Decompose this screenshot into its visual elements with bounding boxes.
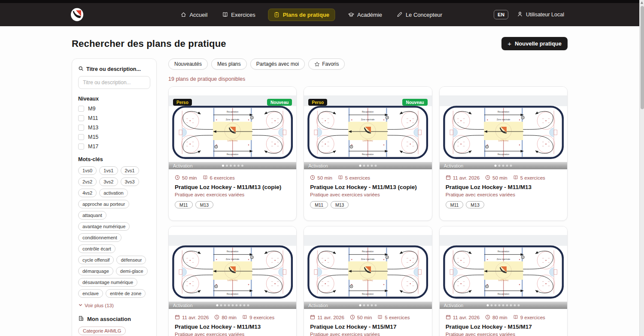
keyword-pill[interactable]: demi-glace [116,267,148,275]
keyword-pill[interactable]: 1vs1 [99,166,118,175]
quick-filter-partagés-avec-moi[interactable]: Partagés avec moi [250,58,305,70]
practice-plan-card[interactable]: Récupération Zone maximale Récupération [304,226,432,336]
practice-plan-card[interactable]: Perso Nouveau [304,86,432,221]
quick-filter-favoris[interactable]: Favoris [308,58,345,70]
carousel-dot[interactable] [220,304,222,306]
carousel-dots[interactable] [487,304,520,306]
practice-plan-card[interactable]: Récupération Zone maximale Récupération [439,86,568,221]
carousel-dot[interactable] [367,304,369,306]
carousel-dot[interactable] [216,304,218,306]
carousel-dot[interactable] [237,165,240,167]
practice-plan-card[interactable]: Récupération Zone maximale Récupération [439,226,568,336]
keyword-pill[interactable]: conditionnement [78,233,122,242]
association-tag[interactable]: Categorie AHMLG [78,327,126,335]
nav-item-plans-de-pratique[interactable]: Plans de pratique [268,9,335,21]
carousel-dot[interactable] [367,165,369,167]
carousel-dot[interactable] [228,304,230,306]
carousel-dots[interactable] [222,165,243,167]
keyword-pill[interactable]: attaquant [78,211,106,220]
carousel-dot[interactable] [239,304,241,306]
carousel-dots[interactable] [359,304,377,306]
carousel-dot[interactable] [495,304,497,306]
carousel-dots[interactable] [359,165,377,167]
keyword-pill[interactable]: 1vs0 [78,166,97,175]
loz-hockey-logo-icon[interactable] [70,8,84,21]
see-more-link[interactable]: Voir plus (13) [78,302,150,308]
new-practice-button[interactable]: + Nouvelle pratique [501,37,568,50]
keyword-pill[interactable]: désavantage numérique [78,278,137,287]
keyword-pill[interactable]: cycle offensif [78,256,114,264]
level-checkbox-m11[interactable]: M11 [78,115,150,121]
carousel-dot[interactable] [243,304,245,306]
carousel-dot[interactable] [222,165,224,167]
carousel-dot[interactable] [230,165,232,167]
level-checkbox-m15[interactable]: M15 [78,134,150,140]
keyword-pill[interactable]: 2vs1 [121,166,139,175]
keyword-pill[interactable]: enclave [78,289,103,298]
level-checkbox-m9[interactable]: M9 [78,106,150,112]
keyword-pill[interactable]: défenseur [116,256,146,264]
carousel-dot[interactable] [491,304,493,306]
carousel-dot[interactable] [502,304,504,306]
quick-filter-mes-plans[interactable]: Mes plans [211,58,247,70]
carousel-dot[interactable] [487,304,489,306]
carousel-dot[interactable] [514,304,516,306]
carousel-dot[interactable] [241,165,243,167]
carousel-dot[interactable] [371,304,373,306]
quick-filter-nouveautés[interactable]: Nouveautés [168,58,208,70]
carousel-dot[interactable] [247,304,249,306]
carousel-dots[interactable] [216,304,249,306]
carousel-dot[interactable] [518,304,520,306]
carousel-dot[interactable] [231,304,234,306]
carousel-dot[interactable] [226,165,228,167]
keyword-pill[interactable]: approche au porteur [78,200,129,208]
practice-plan-card[interactable]: Récupération Zone maximale Récupération [168,226,297,336]
carousel-dot[interactable] [510,165,512,167]
user-menu[interactable]: Utilisateur Local [517,11,564,18]
carousel-dot[interactable] [234,165,236,167]
checkbox[interactable] [78,115,84,121]
carousel-dot[interactable] [506,165,508,167]
keyword-pill[interactable]: 4vs2 [78,189,97,197]
nav-item-le-concepteur[interactable]: Le Concepteur [395,9,444,21]
scrollbar-thumb[interactable] [641,6,644,109]
carousel-dot[interactable] [371,165,373,167]
keyword-pill[interactable]: avantage numérique [78,222,130,231]
level-checkbox-m17[interactable]: M17 [78,144,150,150]
keyword-pill[interactable]: activation [99,189,128,197]
keyword-pill[interactable]: 3vs2 [99,177,118,186]
language-button[interactable]: EN [494,10,508,19]
nav-item-académie[interactable]: Académie [346,9,384,21]
checkbox[interactable] [78,144,84,150]
level-checkbox-m13[interactable]: M13 [78,125,150,131]
keyword-pill[interactable]: 3vs3 [121,177,139,186]
nav-item-exercices[interactable]: Exercices [220,9,257,21]
carousel-dot[interactable] [374,304,377,306]
checkbox[interactable] [78,125,84,131]
carousel-dot[interactable] [506,304,508,306]
carousel-dot[interactable] [224,304,226,306]
keyword-pill[interactable]: entrée de zone [106,289,146,298]
scrollbar-up-arrow-icon[interactable] [641,1,643,4]
keyword-pill[interactable]: démarquage [78,267,113,275]
checkbox[interactable] [78,106,84,112]
carousel-dots[interactable] [495,165,512,167]
keyword-pill[interactable]: contrôle écart [78,244,115,253]
carousel-dot[interactable] [359,165,361,167]
carousel-dot[interactable] [498,165,501,167]
carousel-dot[interactable] [495,165,497,167]
carousel-dot[interactable] [502,165,504,167]
carousel-dot[interactable] [363,165,365,167]
keyword-pill[interactable]: 2vs2 [78,177,97,186]
checkbox[interactable] [78,134,84,140]
carousel-dot[interactable] [374,165,377,167]
practice-plan-card[interactable]: Perso Nouveau [168,86,297,221]
carousel-dot[interactable] [498,304,501,306]
search-input[interactable] [78,76,150,89]
carousel-dot[interactable] [510,304,512,306]
page-scrollbar[interactable] [639,0,644,336]
carousel-dot[interactable] [359,304,361,306]
carousel-dot[interactable] [363,304,365,306]
carousel-dot[interactable] [235,304,237,306]
nav-item-accueil[interactable]: Accueil [179,9,209,21]
